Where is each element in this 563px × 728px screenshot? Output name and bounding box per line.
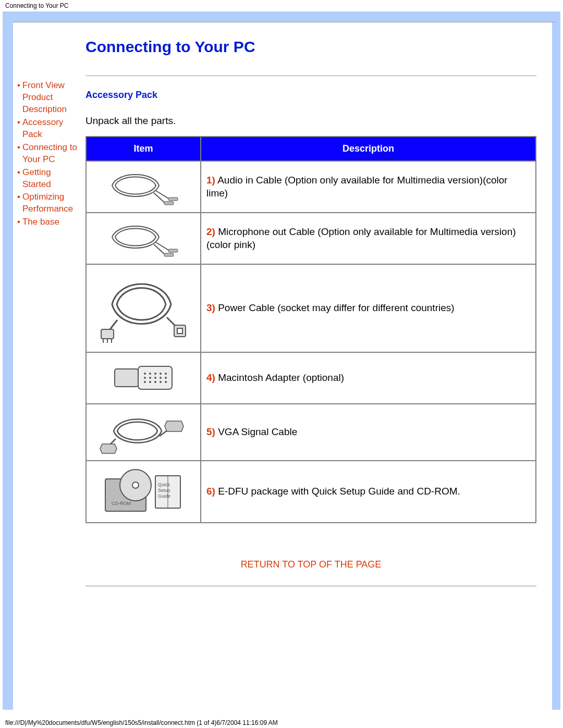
item-desc: Power Cable (socket may differ for diffe…: [215, 302, 455, 313]
sidebar-link[interactable]: Connecting to Your PC: [22, 142, 78, 166]
item-image-cell: [86, 161, 201, 213]
svg-text:CD-ROM: CD-ROM: [112, 501, 131, 506]
bullet-icon: •: [17, 167, 20, 191]
svg-point-13: [149, 373, 151, 375]
sidebar-item-getting-started[interactable]: • Getting Started: [17, 167, 78, 191]
item-number: 3): [206, 302, 215, 313]
item-desc-cell: 3) Power Cable (socket may differ for di…: [201, 264, 536, 352]
divider: [85, 76, 536, 76]
item-number: 2): [206, 226, 215, 237]
svg-point-21: [165, 377, 167, 379]
item-desc: Audio in Cable (Option only available fo…: [206, 175, 508, 199]
header-description: Description: [201, 137, 536, 161]
svg-rect-10: [115, 369, 138, 387]
svg-rect-0: [168, 198, 178, 201]
svg-point-20: [160, 377, 162, 379]
item-desc: Microphone out Cable (Option only availa…: [206, 226, 516, 250]
page-title: Connecting to Your PC: [85, 38, 536, 56]
table-row: 1) Audio in Cable (Option only available…: [86, 161, 536, 213]
item-number: 5): [206, 426, 215, 437]
return-link-text[interactable]: RETURN TO TOP OF THE PAGE: [241, 559, 382, 570]
bullet-icon: •: [17, 216, 20, 228]
item-desc: VGA Signal Cable: [215, 426, 297, 437]
table-row: 3) Power Cable (socket may differ for di…: [86, 264, 536, 352]
svg-point-12: [144, 373, 146, 375]
header-item: Item: [86, 137, 201, 161]
bullet-icon: •: [17, 191, 20, 215]
svg-point-17: [144, 377, 146, 379]
sidebar: • Front View Product Description • Acces…: [13, 22, 78, 710]
svg-text:Guide: Guide: [158, 493, 170, 499]
sidebar-link[interactable]: Getting Started: [22, 167, 78, 191]
intro-text: Unpack all the parts.: [85, 115, 536, 127]
bullet-icon: •: [17, 142, 20, 166]
table-header-row: Item Description: [86, 137, 536, 161]
svg-rect-2: [168, 249, 178, 252]
sidebar-item-connecting[interactable]: • Connecting to Your PC: [17, 142, 78, 166]
item-desc: Macintosh Adapter (optional): [215, 372, 344, 383]
svg-point-22: [144, 381, 146, 383]
table-row: 4) Macintosh Adapter (optional): [86, 352, 536, 404]
svg-point-15: [160, 373, 162, 375]
page-body: • Front View Product Description • Acces…: [13, 22, 557, 710]
svg-point-26: [165, 381, 167, 383]
table-row: CD-ROM Quick Setup Guide: [86, 461, 536, 523]
item-image-cell: [86, 352, 201, 404]
outer-frame: • Front View Product Description • Acces…: [3, 11, 560, 710]
sidebar-item-optimizing[interactable]: • Optimizing Performance: [17, 191, 78, 215]
accessory-table: Item Description: [85, 136, 536, 523]
vga-cable-icon: [99, 408, 188, 457]
item-desc: E-DFU package with Quick Setup Guide and…: [215, 486, 460, 497]
sidebar-item-front-view[interactable]: • Front View Product Description: [17, 80, 78, 116]
section-title: Accessory Pack: [85, 90, 536, 101]
item-image-cell: [86, 264, 201, 352]
svg-point-30: [132, 482, 139, 488]
item-image-cell: CD-ROM Quick Setup Guide: [86, 461, 201, 523]
item-number: 6): [206, 486, 215, 497]
svg-text:Setup: Setup: [158, 488, 170, 493]
item-desc-cell: 1) Audio in Cable (Option only available…: [201, 161, 536, 213]
svg-point-23: [149, 381, 151, 383]
svg-rect-1: [164, 202, 174, 205]
audio-cable-icon: [102, 165, 185, 209]
svg-rect-9: [177, 328, 182, 334]
sidebar-link[interactable]: Optimizing Performance: [22, 191, 78, 215]
bottom-divider: [85, 586, 536, 586]
item-desc-cell: 6) E-DFU package with Quick Setup Guide …: [201, 461, 536, 523]
sidebar-link[interactable]: The base: [22, 216, 59, 228]
page-header-title: Connecting to Your PC: [0, 0, 563, 11]
svg-point-16: [165, 373, 167, 375]
sidebar-link[interactable]: Front View Product Description: [22, 80, 78, 116]
svg-point-24: [154, 381, 156, 383]
item-image-cell: [86, 213, 201, 264]
item-number: 1): [206, 175, 215, 186]
table-row: 2) Microphone out Cable (Option only ava…: [86, 213, 536, 264]
return-to-top-link[interactable]: RETURN TO TOP OF THE PAGE: [85, 559, 536, 570]
svg-point-14: [154, 373, 156, 375]
microphone-cable-icon: [102, 216, 185, 261]
svg-rect-3: [164, 253, 174, 256]
main-content: Connecting to Your PC Accessory Pack Unp…: [78, 22, 552, 710]
edfu-package-icon: CD-ROM Quick Setup Guide: [99, 464, 188, 519]
svg-rect-4: [101, 329, 114, 339]
power-cable-icon: [99, 268, 188, 349]
item-desc-cell: 2) Microphone out Cable (Option only ava…: [201, 213, 536, 264]
sidebar-link[interactable]: Accessory Pack: [22, 117, 78, 141]
footer-text: file:///D|/My%20documents/dfu/W5/english…: [0, 710, 563, 728]
svg-point-25: [160, 381, 162, 383]
bullet-icon: •: [17, 117, 20, 141]
mac-adapter-icon: [104, 356, 182, 400]
svg-point-18: [149, 377, 151, 379]
svg-point-19: [154, 377, 156, 379]
bullet-icon: •: [17, 80, 20, 116]
item-desc-cell: 5) VGA Signal Cable: [201, 404, 536, 461]
sidebar-item-accessory-pack[interactable]: • Accessory Pack: [17, 117, 78, 141]
item-image-cell: [86, 404, 201, 461]
item-number: 4): [206, 372, 215, 383]
table-row: 5) VGA Signal Cable: [86, 404, 536, 461]
svg-text:Quick: Quick: [158, 482, 170, 487]
item-desc-cell: 4) Macintosh Adapter (optional): [201, 352, 536, 404]
sidebar-item-the-base[interactable]: • The base: [17, 216, 78, 228]
